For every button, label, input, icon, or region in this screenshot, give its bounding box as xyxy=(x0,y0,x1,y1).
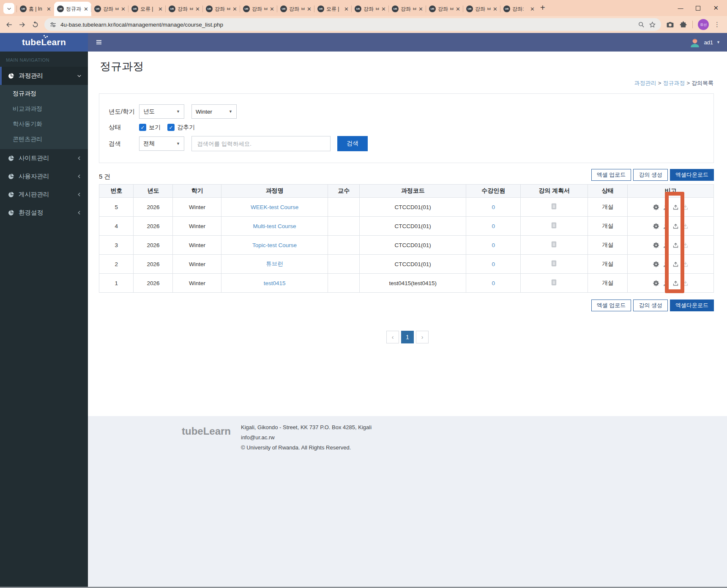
forward-icon[interactable] xyxy=(18,21,26,29)
upload-icon[interactable] xyxy=(672,204,679,211)
enrolled-count-link[interactable]: 0 xyxy=(492,280,495,286)
tab-close-icon[interactable]: ✕ xyxy=(84,6,88,12)
browser-menu-icon[interactable]: ⋮ xyxy=(714,21,720,28)
search-button[interactable]: 검색 xyxy=(337,136,368,151)
sidebar-item-site-management[interactable]: 사이트관리 xyxy=(0,149,88,167)
download-icon[interactable] xyxy=(682,261,689,268)
sidebar-item-course-management[interactable]: 과정관리 xyxy=(0,67,88,85)
tab-close-icon[interactable]: ✕ xyxy=(456,6,460,12)
address-bar[interactable]: 4u-base.tubelearn.kr/local/management/ma… xyxy=(44,18,661,31)
year-select[interactable]: 년도▼ xyxy=(139,104,184,119)
course-name-link[interactable]: 튜브런 xyxy=(266,261,283,267)
syllabus-icon[interactable] xyxy=(550,241,558,249)
tab-close-icon[interactable]: ✕ xyxy=(418,6,423,12)
sidebar-item-extracurricular[interactable]: 비교과과정 xyxy=(0,101,88,117)
semester-select[interactable]: Winter▼ xyxy=(191,104,237,119)
tab-close-icon[interactable]: ✕ xyxy=(46,6,51,12)
upload-icon[interactable] xyxy=(672,261,679,268)
settings-icon[interactable] xyxy=(653,261,660,268)
back-icon[interactable] xyxy=(5,21,13,29)
tab-close-icon[interactable]: ✕ xyxy=(195,6,200,12)
checkbox-hide[interactable]: ✓감추기 xyxy=(167,124,195,131)
download-icon[interactable] xyxy=(682,280,689,287)
browser-tab[interactable]: UR강좌 ㅂ✕ xyxy=(91,2,128,16)
url-text[interactable]: 4u-base.tubelearn.kr/local/management/ma… xyxy=(60,22,634,28)
tab-close-icon[interactable]: ✕ xyxy=(344,6,349,12)
tab-close-icon[interactable]: ✕ xyxy=(493,6,497,12)
breadcrumb-link-course-management[interactable]: 과정관리 xyxy=(634,80,656,86)
excel-download-button-bottom[interactable]: 엑셀다운로드 xyxy=(670,299,714,311)
browser-tab[interactable]: UR강좌 ㅂ✕ xyxy=(166,2,203,16)
window-close-button[interactable]: ✕ xyxy=(713,4,719,12)
browser-tab[interactable]: UR강좌 ㅂ✕ xyxy=(203,2,240,16)
excel-upload-button[interactable]: 엑셀 업로드 xyxy=(591,169,631,181)
settings-icon[interactable] xyxy=(653,223,660,230)
syllabus-icon[interactable] xyxy=(550,222,558,230)
members-icon[interactable] xyxy=(662,223,670,230)
download-icon[interactable] xyxy=(682,204,689,211)
sidebar-item-user-management[interactable]: 사용자관리 xyxy=(0,167,88,185)
user-menu[interactable]: ad1 ▼ xyxy=(689,37,720,48)
settings-icon[interactable] xyxy=(653,280,660,287)
new-tab-button[interactable]: + xyxy=(540,3,545,13)
upload-icon[interactable] xyxy=(672,223,679,230)
sidebar-item-settings[interactable]: 환경설정 xyxy=(0,204,88,222)
window-minimize-button[interactable]: — xyxy=(678,5,683,11)
tab-close-icon[interactable]: ✕ xyxy=(158,6,163,12)
excel-upload-button-bottom[interactable]: 엑셀 업로드 xyxy=(591,299,631,311)
pagination-next-icon[interactable]: › xyxy=(416,331,429,343)
members-icon[interactable] xyxy=(662,261,670,268)
tab-search-button[interactable] xyxy=(3,3,14,14)
search-scope-select[interactable]: 전체▼ xyxy=(139,136,184,151)
app-logo[interactable]: tubeLearn xyxy=(0,33,88,52)
pagination-page-1[interactable]: 1 xyxy=(401,331,414,343)
browser-tab[interactable]: UR강좌 ㅂ✕ xyxy=(389,2,426,16)
tab-close-icon[interactable]: ✕ xyxy=(270,6,274,12)
screen-capture-icon[interactable] xyxy=(666,21,674,29)
browser-tab[interactable]: UR강좌 ㅂ✕ xyxy=(426,2,463,16)
refresh-icon[interactable] xyxy=(31,21,39,29)
checkbox-checked-icon[interactable]: ✓ xyxy=(139,124,146,131)
browser-tab[interactable]: UR강좌 ㅂ✕ xyxy=(240,2,277,16)
zoom-icon[interactable] xyxy=(638,21,645,28)
browser-tab-active[interactable]: UR정규과✕ xyxy=(54,2,91,16)
checkbox-show[interactable]: ✓보기 xyxy=(139,124,161,131)
browser-tab[interactable]: UR홈 | In✕ xyxy=(17,2,54,16)
create-lecture-button[interactable]: 강의 생성 xyxy=(633,169,668,181)
create-lecture-button-bottom[interactable]: 강의 생성 xyxy=(633,299,668,311)
members-icon[interactable] xyxy=(662,280,670,287)
enrolled-count-link[interactable]: 0 xyxy=(492,223,495,229)
browser-tab[interactable]: UR오류 |✕ xyxy=(314,2,352,16)
members-icon[interactable] xyxy=(662,204,670,211)
members-icon[interactable] xyxy=(662,242,670,249)
course-name-link[interactable]: test0415 xyxy=(264,280,286,286)
syllabus-icon[interactable] xyxy=(550,260,558,268)
upload-icon[interactable] xyxy=(672,280,679,287)
site-settings-icon[interactable] xyxy=(49,21,57,28)
browser-tab[interactable]: UR강좌 ㅂ✕ xyxy=(352,2,389,16)
sidebar-item-board-management[interactable]: 게시판관리 xyxy=(0,185,88,204)
browser-tab[interactable]: UR강좌:✕ xyxy=(500,2,538,16)
download-icon[interactable] xyxy=(682,223,689,230)
browser-profile-avatar[interactable]: 유선 xyxy=(698,19,709,30)
enrolled-count-link[interactable]: 0 xyxy=(492,261,495,267)
browser-tab[interactable]: UR오류 |✕ xyxy=(128,2,166,16)
settings-icon[interactable] xyxy=(653,204,660,211)
browser-tab[interactable]: UR강좌 ㅂ✕ xyxy=(277,2,314,16)
tab-close-icon[interactable]: ✕ xyxy=(232,6,237,12)
course-name-link[interactable]: Multi-test Course xyxy=(253,223,296,229)
syllabus-icon[interactable] xyxy=(550,279,558,287)
search-input[interactable] xyxy=(191,136,331,151)
window-maximize-button[interactable] xyxy=(696,6,700,11)
sidebar-item-academic-sync[interactable]: 학사동기화 xyxy=(0,117,88,132)
syllabus-icon[interactable] xyxy=(550,203,558,211)
excel-download-button[interactable]: 엑셀다운로드 xyxy=(670,169,714,181)
download-icon[interactable] xyxy=(682,242,689,249)
settings-icon[interactable] xyxy=(653,242,660,249)
upload-icon[interactable] xyxy=(672,242,679,249)
browser-tab[interactable]: UR강좌 ㅂ✕ xyxy=(463,2,500,16)
breadcrumb-link-regular-course[interactable]: 정규과정 xyxy=(663,80,685,86)
sidebar-item-content-management[interactable]: 콘텐츠관리 xyxy=(0,132,88,147)
sidebar-item-regular-course[interactable]: 정규과정 xyxy=(0,86,88,101)
sidebar-toggle-icon[interactable] xyxy=(95,39,103,46)
